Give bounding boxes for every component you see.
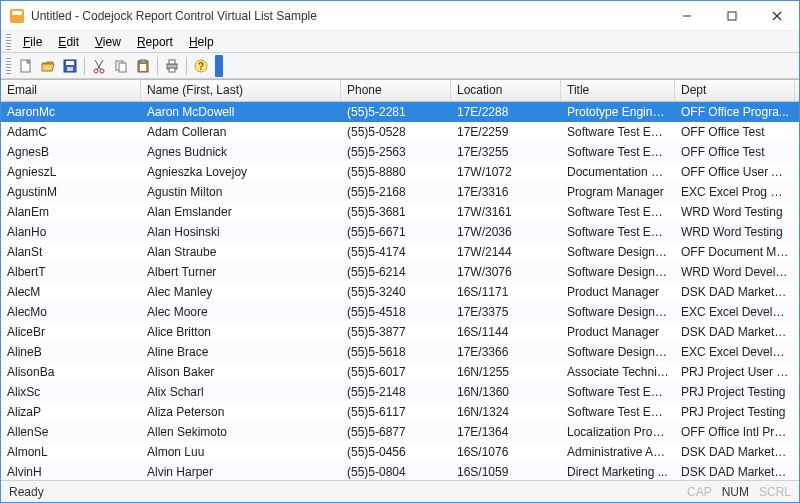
cell-phone: (55)5-2563 bbox=[341, 145, 451, 159]
table-row[interactable]: AllenSeAllen Sekimoto(55)5-687717E/1364L… bbox=[1, 422, 799, 442]
cell-phone: (55)5-3681 bbox=[341, 205, 451, 219]
cell-dept: OFF Office User As... bbox=[675, 165, 795, 179]
col-location[interactable]: Location bbox=[451, 80, 561, 101]
cell-phone: (55)5-3240 bbox=[341, 285, 451, 299]
cell-phone: (55)5-6877 bbox=[341, 425, 451, 439]
cell-dept: EXC Excel Prog Mg... bbox=[675, 185, 795, 199]
cell-name: Adam Colleran bbox=[141, 125, 341, 139]
table-row[interactable]: AlvinHAlvin Harper(55)5-080416S/1059Dire… bbox=[1, 462, 799, 480]
cell-email: AliceBr bbox=[1, 325, 141, 339]
cell-email: AlanSt bbox=[1, 245, 141, 259]
cell-email: AgnesB bbox=[1, 145, 141, 159]
col-email[interactable]: Email bbox=[1, 80, 141, 101]
cell-location: 16S/1144 bbox=[451, 325, 561, 339]
cell-name: Alan Emslander bbox=[141, 205, 341, 219]
menu-bar: File Edit View Report Help bbox=[1, 31, 799, 53]
copy-button[interactable] bbox=[110, 55, 132, 77]
cell-location: 17W/2036 bbox=[451, 225, 561, 239]
cell-name: Alan Hosinski bbox=[141, 225, 341, 239]
cell-title: Software Test Engi... bbox=[561, 125, 675, 139]
col-name[interactable]: Name (First, Last) bbox=[141, 80, 341, 101]
paste-button[interactable] bbox=[132, 55, 154, 77]
cell-phone: (55)5-6017 bbox=[341, 365, 451, 379]
cell-title: Software Test Engi... bbox=[561, 205, 675, 219]
indicator-num: NUM bbox=[722, 485, 749, 499]
table-row[interactable]: AlixScAlix Scharl(55)5-214816N/1360Softw… bbox=[1, 382, 799, 402]
table-row[interactable]: AlanEmAlan Emslander(55)5-368117W/3161So… bbox=[1, 202, 799, 222]
menu-help[interactable]: Help bbox=[181, 33, 222, 51]
cell-name: Agnes Budnick bbox=[141, 145, 341, 159]
table-row[interactable]: AlanHoAlan Hosinski(55)5-667117W/2036Sof… bbox=[1, 222, 799, 242]
save-button[interactable] bbox=[59, 55, 81, 77]
report-control: Email Name (First, Last) Phone Location … bbox=[1, 79, 799, 480]
cell-dept: OFF Office Test bbox=[675, 145, 795, 159]
cell-title: Prototype Engineer bbox=[561, 105, 675, 119]
cell-title: Documentation M... bbox=[561, 165, 675, 179]
cell-location: 16N/1360 bbox=[451, 385, 561, 399]
table-row[interactable]: AlizaPAliza Peterson(55)5-611716N/1324So… bbox=[1, 402, 799, 422]
table-row[interactable]: AgustinMAgustin Milton(55)5-216817E/3316… bbox=[1, 182, 799, 202]
cell-dept: DSK DAD Marketing bbox=[675, 465, 795, 479]
cell-name: Alison Baker bbox=[141, 365, 341, 379]
cell-dept: PRJ Project User Ed bbox=[675, 365, 795, 379]
close-button[interactable] bbox=[754, 1, 799, 30]
cell-phone: (55)5-4174 bbox=[341, 245, 451, 259]
status-bar: Ready CAP NUM SCRL bbox=[1, 480, 799, 502]
cell-email: AlisonBa bbox=[1, 365, 141, 379]
toolbar-separator bbox=[84, 57, 85, 75]
menu-view[interactable]: View bbox=[87, 33, 129, 51]
help-button[interactable]: ? bbox=[190, 55, 212, 77]
cell-email: AgnieszL bbox=[1, 165, 141, 179]
table-row[interactable]: AgnieszLAgnieszka Lovejoy(55)5-888017W/1… bbox=[1, 162, 799, 182]
cell-dept: DSK DAD Marketing bbox=[675, 445, 795, 459]
cell-name: Alix Scharl bbox=[141, 385, 341, 399]
cell-email: AlizaP bbox=[1, 405, 141, 419]
cell-location: 17E/3366 bbox=[451, 345, 561, 359]
cell-title: Software Test Engi... bbox=[561, 225, 675, 239]
report-body[interactable]: AaronMcAaron McDowell(55)5-228117E/2288P… bbox=[1, 102, 799, 480]
toolbar-overflow-icon[interactable] bbox=[215, 55, 223, 77]
table-row[interactable]: AlecMAlec Manley(55)5-324016S/1171Produc… bbox=[1, 282, 799, 302]
table-row[interactable]: AdamCAdam Colleran(55)5-052817E/2259Soft… bbox=[1, 122, 799, 142]
table-row[interactable]: AlecMoAlec Moore(55)5-451817E/3375Softwa… bbox=[1, 302, 799, 322]
print-button[interactable] bbox=[161, 55, 183, 77]
column-header-row: Email Name (First, Last) Phone Location … bbox=[1, 80, 799, 102]
menu-file[interactable]: File bbox=[15, 33, 50, 51]
cell-phone: (55)5-0804 bbox=[341, 465, 451, 479]
menu-edit[interactable]: Edit bbox=[50, 33, 87, 51]
table-row[interactable]: AgnesBAgnes Budnick(55)5-256317E/3255Sof… bbox=[1, 142, 799, 162]
table-row[interactable]: AlisonBaAlison Baker(55)5-601716N/1255As… bbox=[1, 362, 799, 382]
table-row[interactable]: AaronMcAaron McDowell(55)5-228117E/2288P… bbox=[1, 102, 799, 122]
cell-dept: PRJ Project Testing bbox=[675, 385, 795, 399]
cell-phone: (55)5-3877 bbox=[341, 325, 451, 339]
svg-rect-22 bbox=[169, 68, 175, 72]
cell-phone: (55)5-2281 bbox=[341, 105, 451, 119]
cell-email: AlanHo bbox=[1, 225, 141, 239]
table-row[interactable]: AliceBrAlice Britton(55)5-387716S/1144Pr… bbox=[1, 322, 799, 342]
svg-rect-19 bbox=[140, 64, 146, 71]
cell-title: Localization Progra... bbox=[561, 425, 675, 439]
col-phone[interactable]: Phone bbox=[341, 80, 451, 101]
maximize-button[interactable] bbox=[709, 1, 754, 30]
minimize-button[interactable] bbox=[664, 1, 709, 30]
cell-email: AlanEm bbox=[1, 205, 141, 219]
cell-title: Program Manager bbox=[561, 185, 675, 199]
open-button[interactable] bbox=[37, 55, 59, 77]
svg-point-13 bbox=[94, 69, 98, 73]
new-button[interactable] bbox=[15, 55, 37, 77]
cell-location: 16S/1076 bbox=[451, 445, 561, 459]
cell-location: 17W/2144 bbox=[451, 245, 561, 259]
cell-email: AlixSc bbox=[1, 385, 141, 399]
cell-title: Software Test Engi... bbox=[561, 385, 675, 399]
cell-name: Alec Moore bbox=[141, 305, 341, 319]
table-row[interactable]: AlmonLAlmon Luu(55)5-045616S/1076Adminis… bbox=[1, 442, 799, 462]
cell-phone: (55)5-2168 bbox=[341, 185, 451, 199]
menu-report[interactable]: Report bbox=[129, 33, 181, 51]
col-dept[interactable]: Dept bbox=[675, 80, 795, 101]
table-row[interactable]: AlineBAline Brace(55)5-561817E/3366Softw… bbox=[1, 342, 799, 362]
cell-email: AlbertT bbox=[1, 265, 141, 279]
table-row[interactable]: AlbertTAlbert Turner(55)5-621417W/3076So… bbox=[1, 262, 799, 282]
table-row[interactable]: AlanStAlan Straube(55)5-417417W/2144Soft… bbox=[1, 242, 799, 262]
col-title[interactable]: Title bbox=[561, 80, 675, 101]
cut-button[interactable] bbox=[88, 55, 110, 77]
